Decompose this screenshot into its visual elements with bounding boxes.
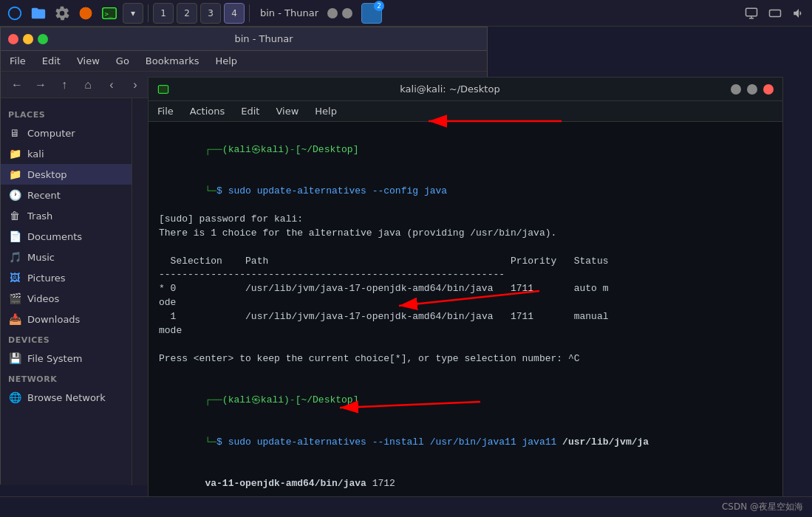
sidebar-label-desktop: Desktop	[27, 169, 67, 180]
settings-taskbar-icon[interactable]	[52, 3, 72, 24]
monitor-icon[interactable]	[743, 4, 760, 22]
term-menu-help[interactable]: Help	[312, 104, 340, 118]
fm-menu-edit[interactable]: Edit	[39, 54, 64, 68]
fm-nav-next-btn[interactable]: ›	[125, 75, 146, 95]
terminal-window: kali@kali: ~/Desktop File Actions Edit V…	[148, 77, 783, 511]
term-menu-view[interactable]: View	[273, 104, 301, 118]
term-menu-actions[interactable]: Actions	[187, 104, 228, 118]
taskbar-minimize-btn[interactable]	[327, 8, 338, 18]
svg-rect-7	[158, 85, 168, 93]
term-cmd-2a: $ sudo update-alternatives --install /us…	[216, 436, 562, 448]
documents-icon: 📄	[8, 230, 21, 243]
network-section-label: Network	[1, 369, 132, 387]
term-maximize-btn[interactable]	[731, 84, 741, 95]
sidebar-label-browse-network: Browse Network	[27, 392, 106, 403]
term-prompt-char-2: └─	[205, 436, 216, 448]
term-prompt-char-1: └─	[205, 185, 216, 196]
term-table-row2b: mode	[159, 324, 772, 338]
fm-close-btn[interactable]	[8, 34, 18, 44]
sidebar-item-computer[interactable]: 🖥 Computer	[1, 123, 132, 143]
term-menu-edit[interactable]: Edit	[238, 104, 262, 118]
sidebar-item-pictures[interactable]: 🖼 Pictures	[1, 267, 132, 288]
taskbar-tab-1[interactable]: 1	[153, 3, 174, 24]
browse-network-icon: 🌐	[8, 391, 21, 404]
fm-nav-prev-btn[interactable]: ‹	[101, 75, 122, 95]
fm-maximize-btn[interactable]	[38, 34, 48, 44]
term-user-host-1: (kali㉿kali)	[222, 144, 290, 155]
fm-minimize-btn[interactable]	[23, 34, 33, 44]
firefox-taskbar-icon[interactable]	[75, 3, 96, 24]
term-minimize-btn[interactable]	[747, 84, 757, 95]
keyboard-icon[interactable]	[766, 4, 784, 22]
notification-area: 2	[361, 3, 382, 24]
kali-menu-icon[interactable]	[4, 3, 25, 24]
sidebar-item-desktop[interactable]: 📁 Desktop	[1, 164, 132, 185]
sidebar-item-trash[interactable]: 🗑 Trash	[1, 205, 132, 226]
sidebar-item-music[interactable]: 🎵 Music	[1, 247, 132, 267]
system-tray	[743, 4, 808, 22]
recent-icon: 🕐	[8, 188, 21, 202]
file-manager-taskbar-icon[interactable]	[28, 3, 49, 24]
term-title: kali@kali: ~/Desktop	[169, 83, 731, 95]
sidebar-label-videos: Videos	[27, 293, 59, 304]
taskbar: >_ ▾ 1 2 3 4 bin - Thunar 2	[0, 0, 812, 27]
sidebar-label-recent: Recent	[27, 190, 61, 201]
sidebar-item-recent[interactable]: 🕐 Recent	[1, 185, 132, 205]
term-prompt-line-2: ┌──(kali㉿kali)-[~/Desktop]	[159, 380, 772, 422]
notification-btn[interactable]: 2	[361, 3, 382, 24]
term-table-row2: 1 /usr/lib/jvm/java-17-openjdk-amd64/bin…	[159, 310, 772, 324]
term-output-1: [sudo] password for kali:	[159, 213, 772, 227]
term-cmd-line-1: └─$ sudo update-alternatives --config ja…	[159, 171, 772, 213]
sidebar-item-downloads[interactable]: 📥 Downloads	[1, 309, 132, 329]
term-output-3	[159, 241, 772, 255]
fm-menubar: File Edit View Go Bookmarks Help	[1, 51, 487, 72]
fm-window-controls	[8, 34, 48, 44]
taskbar-window-title: bin - Thunar	[254, 7, 324, 18]
fm-home-btn[interactable]: ⌂	[78, 75, 98, 95]
sidebar-item-browse-network[interactable]: 🌐 Browse Network	[1, 387, 132, 408]
fm-back-btn[interactable]: ←	[7, 75, 27, 95]
term-close-btn[interactable]	[763, 84, 774, 95]
taskbar-tab-4[interactable]: 4	[224, 3, 245, 24]
trash-icon: 🗑	[8, 209, 21, 222]
fm-up-btn[interactable]: ↑	[54, 75, 75, 95]
fm-menu-view[interactable]: View	[74, 54, 103, 68]
videos-icon: 🎬	[8, 292, 21, 305]
sidebar-item-videos[interactable]: 🎬 Videos	[1, 288, 132, 309]
term-menu-file[interactable]: File	[154, 104, 177, 118]
taskbar-sep2	[249, 4, 250, 22]
term-box-char-2: ┌──	[205, 394, 222, 405]
term-table-header: Selection Path Priority Status	[159, 255, 772, 269]
term-table-row1: * 0 /usr/lib/jvm/java-17-openjdk-amd64/b…	[159, 282, 772, 296]
taskbar-maximize-btn[interactable]	[342, 8, 352, 18]
term-dash-2: -	[290, 394, 296, 405]
term-press-enter: Press <enter> to keep the current choice…	[159, 352, 772, 366]
term-prompt-line-1: ┌──(kali㉿kali)-[~/Desktop]	[159, 129, 772, 171]
fm-menu-bookmarks[interactable]: Bookmarks	[143, 54, 202, 68]
sidebar-item-documents[interactable]: 📄 Documents	[1, 226, 132, 247]
term-path-1: [~/Desktop]	[296, 144, 359, 155]
term-user-host-2: (kali㉿kali)	[222, 394, 290, 405]
notification-badge: 2	[374, 1, 384, 11]
filesystem-icon: 💾	[8, 352, 21, 365]
taskbar-tab-3[interactable]: 3	[200, 3, 221, 24]
term-left-area	[157, 83, 169, 95]
taskbar-tab-2[interactable]: 2	[177, 3, 197, 24]
taskbar-dropdown[interactable]: ▾	[123, 3, 143, 24]
sidebar-label-computer: Computer	[27, 128, 75, 139]
fm-menu-file[interactable]: File	[7, 54, 29, 68]
volume-icon[interactable]	[790, 4, 808, 22]
sidebar-item-filesystem[interactable]: 💾 File System	[1, 348, 132, 369]
sidebar-label-pictures: Pictures	[27, 273, 65, 284]
taskbar-window-controls	[327, 8, 352, 18]
taskbar-sep1	[148, 4, 149, 22]
fm-menu-go[interactable]: Go	[113, 54, 132, 68]
term-cmd-2d: va-11-openjdk-amd64/bin/java	[205, 478, 366, 489]
terminal-taskbar-icon[interactable]: >_	[99, 3, 120, 24]
fm-menu-help[interactable]: Help	[212, 54, 240, 68]
fm-forward-btn[interactable]: →	[30, 75, 51, 95]
sidebar-item-kali[interactable]: 📁 kali	[1, 143, 132, 164]
sidebar-label-kali: kali	[27, 148, 44, 160]
term-content[interactable]: ┌──(kali㉿kali)-[~/Desktop] └─$ sudo upda…	[149, 122, 782, 510]
desktop-folder-icon: 📁	[8, 168, 21, 181]
